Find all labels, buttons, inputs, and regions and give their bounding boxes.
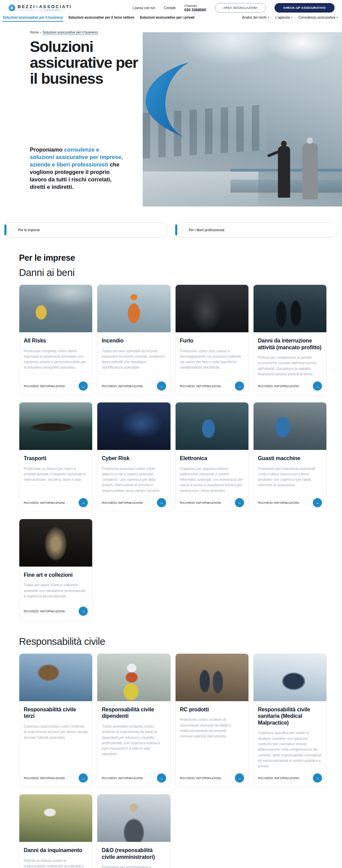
request-info-link[interactable]: RICHIEDI INFORMAZIONI	[102, 776, 143, 780]
call-label: Chiamaci	[184, 4, 206, 7]
card-description: Tutela dei beni aziendali da incendi, es…	[102, 348, 166, 370]
nav-link-contatti[interactable]: Contatti	[164, 6, 175, 10]
card-description: Protezione contro furti, rapine e danneg…	[180, 348, 244, 370]
request-info-link[interactable]: RICHIEDI INFORMAZIONI	[258, 384, 299, 388]
chevron-down-icon: ▾	[268, 16, 269, 19]
arrow-button[interactable]: →	[79, 773, 88, 783]
logo-name: BEZZI≡ASSOCIATI	[18, 4, 72, 9]
card-trasporti: Trasporti Protezione su misura per merci…	[19, 402, 93, 512]
arrow-button[interactable]: →	[79, 607, 88, 616]
card-image-cyber-risk	[97, 402, 170, 450]
card-description: Polizza per compensare le perdite econom…	[258, 355, 322, 377]
card-title: Guasti macchine	[258, 455, 322, 462]
tab-per-le-imprese[interactable]: Per le imprese	[3, 222, 168, 237]
request-info-link[interactable]: RICHIEDI INFORMAZIONI	[180, 384, 221, 388]
card-incendio: Incendio Tutela dei beni aziendali da in…	[97, 284, 170, 395]
card-title: Responsabilità civile terzi	[24, 706, 88, 719]
request-info-link[interactable]: RICHIEDI INFORMAZIONI	[24, 501, 65, 505]
section-title-responsabilita-civile: Responsabilità civile	[19, 636, 327, 647]
arrow-icon: →	[159, 776, 163, 781]
chevron-down-icon: ▾	[291, 16, 293, 19]
request-info-link[interactable]: RICHIEDI INFORMAZIONI	[24, 609, 65, 613]
card-description: Protezione su misura per merci e prodott…	[24, 466, 88, 482]
dropdown-agenzia[interactable]: L'agenzia▾	[275, 16, 293, 19]
card-image-trasporti	[19, 402, 92, 450]
request-info-link[interactable]: RICHIEDI INFORMAZIONI	[102, 501, 143, 505]
arrow-button[interactable]: →	[313, 773, 322, 783]
tab-per-i-liberi-professionisti[interactable]: Per i liberi professionisti	[174, 222, 339, 237]
card-description: Copertura assicurativa contro richieste …	[24, 724, 88, 740]
dropdown-analisi-rischi[interactable]: Analisi dei rischi▾	[242, 16, 269, 19]
arrow-button[interactable]: →	[157, 498, 166, 507]
arrow-button[interactable]: →	[157, 773, 166, 783]
request-info-link[interactable]: RICHIEDI INFORMAZIONI	[180, 776, 221, 780]
arrow-icon: →	[81, 384, 85, 389]
request-info-link[interactable]: RICHIEDI INFORMAZIONI	[258, 776, 299, 780]
card-description: Tutela per opere d'arte e collezioni azi…	[24, 582, 88, 599]
arrow-button[interactable]: →	[157, 381, 166, 391]
section-title-imprese: Per le imprese	[19, 253, 327, 263]
checkup-assicurativo-button[interactable]: CHECK-UP ASSICURATIVO	[275, 3, 335, 13]
arrow-button[interactable]: →	[79, 381, 88, 391]
arrow-button[interactable]: →	[313, 498, 322, 507]
arrow-icon: →	[159, 500, 163, 505]
subnav-business[interactable]: Soluzioni assicurative per il business	[3, 16, 63, 22]
card-rc-sanitaria: Responsabilità civile sanitaria (Medical…	[253, 653, 327, 787]
dropdown-consulenza[interactable]: Consulenza assicurativa▾	[299, 16, 338, 19]
request-info-link[interactable]: RICHIEDI INFORMAZIONI	[24, 776, 65, 780]
logo-icon: a	[8, 4, 15, 11]
card-danni-inquinamento: Danni da inquinamento Polizza su misura …	[19, 794, 93, 868]
chevron-down-icon: ▾	[337, 16, 338, 19]
hero-section: Home – Soluzioni assicurative per il bus…	[0, 23, 342, 213]
subnav-privati[interactable]: Soluzioni assicurative per i privati	[140, 16, 195, 22]
card-description: Protezione per amministratori e manager …	[102, 864, 166, 868]
breadcrumb: Home – Soluzioni assicurative per il bus…	[30, 31, 142, 34]
card-elettronica: Elettronica Copertura per apparecchiatur…	[175, 402, 249, 512]
request-info-link[interactable]: RICHIEDI INFORMAZIONI	[180, 501, 221, 505]
call-block: Chiamaci 030 3368560	[184, 4, 206, 12]
arrow-button[interactable]: →	[313, 381, 322, 391]
card-image-incendio	[97, 285, 170, 332]
nav-link-lavora-con-noi[interactable]: Lavora con noi	[133, 6, 155, 10]
card-description: Protezione avanzata contro cyber attacch…	[102, 466, 166, 493]
card-title: All Risks	[24, 337, 88, 344]
card-image-rc-sanitaria	[254, 654, 326, 701]
card-furto: Furto Protezione contro furti, rapine e …	[175, 284, 249, 395]
request-info-link[interactable]: RICHIEDI INFORMAZIONI	[102, 384, 143, 388]
request-info-link[interactable]: RICHIEDI INFORMAZIONI	[24, 384, 65, 388]
secondary-nav: Soluzioni assicurative per il business S…	[0, 16, 342, 23]
hero-intro: Proponiamo consulenze e soluzioni assicu…	[30, 146, 123, 191]
arrow-icon: →	[316, 384, 320, 389]
card-title: Responsabilità civile dipendenti	[102, 706, 166, 719]
card-image-interruzione	[254, 285, 326, 332]
card-image-elettronica	[176, 402, 248, 450]
logo-separator-icon: ≡	[36, 4, 39, 9]
card-rc-dipendenti: Responsabilità civile dipendenti Tutela …	[97, 653, 170, 787]
arrow-button[interactable]: →	[235, 773, 244, 783]
arrow-button[interactable]: →	[235, 381, 244, 391]
card-image-rc-prodotti	[176, 654, 248, 701]
card-description: Copertura specifica per medici e struttu…	[258, 730, 322, 769]
card-interruzione-attivita: Danni da interruzione attività (mancato …	[253, 284, 327, 395]
subnav-terzo-settore[interactable]: Soluzioni assicurative per il terzo sett…	[68, 16, 135, 22]
logo[interactable]: a BEZZI≡ASSOCIATI ESPERIENZA CHE ASSICUR…	[8, 4, 72, 11]
arrow-button[interactable]: →	[79, 498, 88, 507]
card-rc-prodotti: RC prodotti Protezione contro richieste …	[175, 653, 249, 787]
arrow-icon: →	[159, 384, 163, 389]
card-image-furto	[176, 285, 248, 332]
phone-number[interactable]: 030 3368560	[184, 8, 206, 12]
header: a BEZZI≡ASSOCIATI ESPERIENZA CHE ASSICUR…	[0, 0, 342, 16]
breadcrumb-home[interactable]: Home	[30, 31, 39, 34]
card-image-fine-art	[19, 519, 92, 567]
request-info-link[interactable]: RICHIEDI INFORMAZIONI	[258, 501, 299, 505]
card-cyber-risk: Cyber Risk Protezione avanzata contro cy…	[97, 402, 170, 512]
card-image-all-risks	[19, 285, 92, 332]
arrow-icon: →	[237, 384, 241, 389]
card-description: Polizza su misura contro le responsabili…	[24, 858, 88, 868]
area-segnalazioni-button[interactable]: AREA SEGNALAZIONI	[215, 3, 266, 13]
arrow-icon: →	[237, 776, 241, 781]
arrow-button[interactable]: →	[235, 498, 244, 507]
breadcrumb-current[interactable]: Soluzioni assicurative per il business	[43, 31, 98, 35]
card-title: Elettronica	[180, 455, 244, 462]
card-title: Trasporti	[24, 455, 88, 462]
